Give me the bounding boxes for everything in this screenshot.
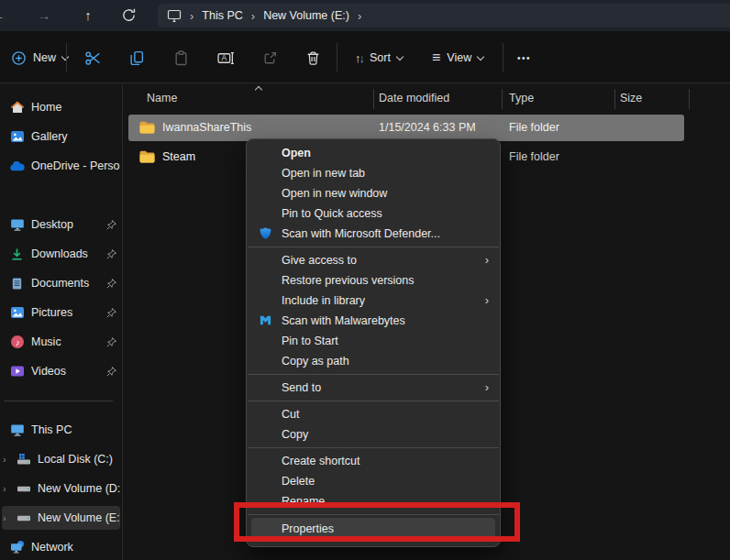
breadcrumb-this-pc[interactable]: This PC [202,9,242,22]
menu-item-open-in-new-window[interactable]: Open in new window [247,183,500,203]
menu-item-create-shortcut[interactable]: Create shortcut [247,451,500,471]
chevron-right-icon[interactable]: › [3,454,6,465]
paste-button[interactable] [168,44,194,71]
sidebar-item-label: This PC [31,423,120,436]
menu-item-scan-with-microsoft-defender[interactable]: Scan with Microsoft Defender... [247,224,500,244]
submenu-arrow-icon: › [485,291,489,311]
file-type: File folder [509,150,559,163]
file-name: Steam [162,150,195,163]
chevron-right-icon[interactable]: › [3,512,6,523]
sidebar-item-label: Pictures [31,306,99,319]
share-button[interactable] [257,44,283,71]
menu-item-scan-with-malwarebytes[interactable]: Scan with Malwarebytes [247,311,500,331]
sidebar-item-network[interactable]: Network [2,535,120,559]
sidebar-item-desktop[interactable]: Desktop [2,213,120,236]
document-icon [9,276,25,291]
submenu-arrow-icon: › [485,250,489,270]
sort-button[interactable]: ↑↓ Sort [349,44,408,71]
file-type: File folder [509,121,559,134]
breadcrumb-separator: › [251,10,255,22]
sort-icon: ↑↓ [355,52,363,64]
more-options-button[interactable]: ••• [512,44,536,71]
defender-shield-icon [259,226,273,241]
menu-item-include-in-library[interactable]: Include in library› [247,291,500,311]
rename-button[interactable]: A [212,44,240,71]
sidebar-item-local-disk-c[interactable]: › Local Disk (C:) [2,447,120,471]
column-divider[interactable] [689,89,690,109]
gallery-icon [9,129,25,144]
music-note-icon: ♪ [9,335,25,349]
sidebar-item-this-pc[interactable]: This PC [2,418,120,442]
sidebar-item-label: Home [31,101,120,114]
toolbar-divider [66,43,67,71]
sidebar-item-home[interactable]: Home [2,95,120,119]
sidebar-item-label: Local Disk (C:) [38,453,120,466]
column-header-date-modified[interactable]: Date modified [379,92,449,104]
navigation-bar: ← → ↑ › This PC › New Volume (E:) › [0,0,730,31]
column-header-name[interactable]: Name [147,92,177,104]
sidebar-item-downloads[interactable]: Downloads [2,242,120,266]
sidebar-item-new-volume-e[interactable]: › New Volume (E:) [2,506,120,530]
cut-button[interactable] [79,44,107,71]
menu-item-copy[interactable]: Copy [247,424,500,445]
folder-icon [139,121,155,134]
column-divider[interactable] [502,89,503,109]
menu-item-send-to[interactable]: Send to› [247,378,500,398]
column-header-size[interactable]: Size [620,92,642,104]
chevron-right-icon[interactable]: › [3,483,6,494]
system-drive-icon [16,452,31,467]
back-icon[interactable]: ← [0,5,9,26]
trash-icon [305,50,321,66]
this-pc-monitor-icon [9,423,25,437]
sidebar-item-music[interactable]: ♪ Music [2,330,120,354]
copy-button[interactable] [124,44,150,71]
up-icon[interactable]: ↑ [77,5,99,26]
column-header-row: Name Date modified Type Size [122,86,730,111]
menu-item-open-in-new-tab[interactable]: Open in new tab [247,163,500,183]
column-divider[interactable] [373,89,374,109]
menu-item-pin-to-start[interactable]: Pin to Start [247,331,500,351]
refresh-icon[interactable] [121,7,143,27]
picture-icon [9,305,25,320]
menu-item-restore-previous-versions[interactable]: Restore previous versions [247,270,500,291]
breadcrumb-separator: › [190,10,194,22]
onedrive-cloud-icon [9,159,25,173]
download-arrow-icon [9,247,25,261]
sort-button-label: Sort [370,51,391,64]
cut-scissors-icon [84,50,102,66]
sidebar-item-new-volume-d[interactable]: › New Volume (D:) [2,477,120,500]
menu-item-delete[interactable]: Delete [247,471,500,491]
pin-icon [105,278,117,290]
menu-item-pin-to-quick-access[interactable]: Pin to Quick access [247,203,500,224]
breadcrumb-separator[interactable]: › [358,10,361,22]
menu-item-open[interactable]: Open [247,143,500,163]
sidebar-item-videos[interactable]: Videos [2,359,120,383]
new-button-label: New [33,51,56,64]
menu-item-cut[interactable]: Cut [247,404,500,424]
new-button[interactable]: New [6,44,73,71]
column-header-type[interactable]: Type [509,92,534,104]
svg-text:A: A [222,53,227,62]
video-play-icon [9,364,25,379]
pin-icon [105,219,117,231]
drive-icon [16,481,31,496]
toolbar-divider [337,43,337,71]
pin-icon [105,336,117,348]
sidebar-item-label: OneDrive - Persona [31,159,120,172]
sidebar-item-documents[interactable]: Documents [2,271,120,295]
column-divider[interactable] [614,89,615,109]
menu-item-copy-as-path[interactable]: Copy as path [247,351,500,371]
breadcrumb-new-volume-e[interactable]: New Volume (E:) [263,9,349,22]
delete-button[interactable] [300,44,326,71]
submenu-arrow-icon: › [485,378,489,398]
menu-item-give-access-to[interactable]: Give access to› [247,250,500,270]
desktop-monitor-icon [9,217,25,232]
forward-icon[interactable]: → [33,5,55,26]
home-icon [9,100,25,115]
file-name: IwannaShareThis [162,121,251,134]
sidebar-item-gallery[interactable]: Gallery [2,125,120,148]
sidebar-item-onedrive[interactable]: OneDrive - Persona [2,154,120,178]
view-button[interactable]: ≡ View [426,44,489,71]
sidebar-item-pictures[interactable]: Pictures [2,301,120,324]
address-bar[interactable]: › This PC › New Volume (E:) › [158,4,730,27]
